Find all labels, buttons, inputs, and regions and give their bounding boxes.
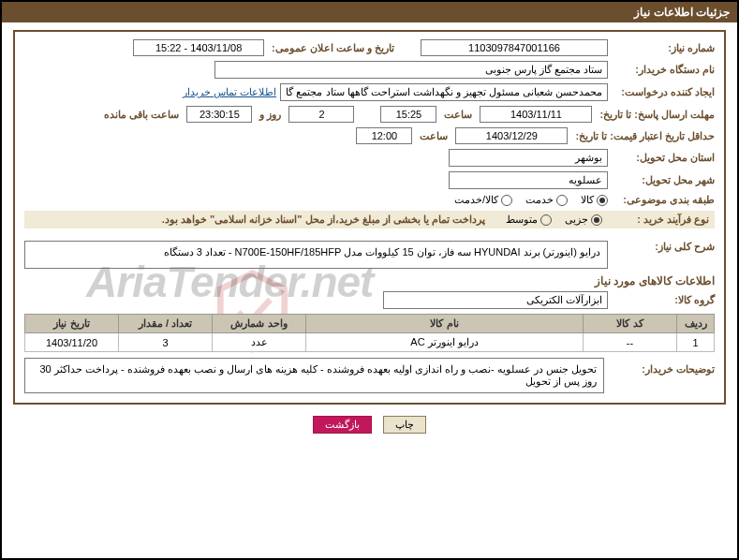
category-label: طبقه بندی موضوعی: (612, 194, 715, 206)
process-medium-label: متوسط (506, 214, 538, 226)
category-goods-service-radio[interactable] (501, 195, 512, 206)
details-fieldset: شماره نیاز: 1103097847001166 تاریخ و ساع… (13, 30, 726, 405)
deadline-send-time: 15:25 (380, 106, 436, 123)
payment-note: پرداخت تمام یا بخشی از مبلغ خرید،از محل … (162, 214, 485, 226)
category-service-radio[interactable] (556, 195, 568, 206)
page-title: جزئیات اطلاعات نیاز (634, 6, 730, 19)
td-row: 1 (677, 333, 715, 352)
validity-time: 12:00 (356, 127, 412, 144)
button-row: چاپ بازگشت (13, 410, 726, 435)
group-value: ابزارآلات الکتریکی (383, 291, 608, 309)
th-qty: تعداد / مقدار (119, 315, 213, 333)
print-button[interactable]: چاپ (383, 416, 426, 434)
th-row: ردیف (677, 315, 715, 333)
city-value: عسلویه (449, 171, 608, 189)
announce-datetime-label: تاریخ و ساعت اعلان عمومی: (268, 42, 398, 54)
deadline-send-date: 1403/11/11 (480, 106, 592, 123)
rooz-va-label: روز و (256, 109, 285, 121)
td-qty: 3 (119, 333, 213, 352)
process-label: نوع فرآیند خرید : (606, 214, 709, 226)
buyer-contact-link[interactable]: اطلاعات تماس خریدار (183, 86, 276, 98)
province-label: استان محل تحویل: (612, 152, 715, 164)
process-partial-label: جزیی (565, 214, 588, 226)
requester-value: محمدحسن شعبانی مسئول تجهیز و نگهداشت است… (280, 83, 608, 101)
th-needdate: تاریخ نیاز (25, 315, 119, 333)
category-goods-label: کالا (581, 194, 594, 206)
validity-date: 1403/12/29 (455, 127, 568, 144)
remaining-label: ساعت باقی مانده (100, 109, 183, 121)
saat-label-1: ساعت (440, 109, 476, 121)
category-radio-group: کالا خدمت کالا/خدمت (454, 194, 608, 206)
saat-label-2: ساعت (416, 130, 451, 142)
td-needdate: 1403/11/20 (25, 333, 119, 352)
group-label: گروه کالا: (612, 294, 715, 306)
td-unit: عدد (213, 333, 306, 352)
th-code: کد کالا (584, 315, 677, 333)
td-name: درایو اینورتر AC (306, 333, 584, 352)
td-code: -- (584, 333, 677, 352)
items-table: ردیف کد کالا نام کالا واحد شمارش تعداد /… (24, 314, 715, 352)
need-number-label: شماره نیاز: (612, 42, 715, 54)
category-service-label: خدمت (525, 194, 554, 206)
page-header: جزئیات اطلاعات نیاز (2, 2, 737, 22)
back-button[interactable]: بازگشت (313, 416, 372, 434)
announce-datetime-value: 1403/11/08 - 15:22 (133, 39, 264, 56)
province-value: بوشهر (449, 149, 608, 167)
category-goods-service-label: کالا/خدمت (454, 194, 498, 206)
validity-label: حداقل تاریخ اعتبار قیمت: تا تاریخ: (571, 130, 715, 142)
city-label: شهر محل تحویل: (612, 174, 715, 186)
category-goods-radio[interactable] (597, 195, 608, 206)
deadline-send-label: مهلت ارسال پاسخ: تا تاریخ: (596, 109, 715, 121)
remaining-days: 2 (288, 106, 354, 123)
th-unit: واحد شمارش (213, 315, 306, 333)
requester-label: ایجاد کننده درخواست: (612, 86, 715, 98)
buyer-notes-label: توضیحات خریدار: (612, 358, 715, 376)
overall-desc-value: درایو (اینورتر) برند HYUNDAI سه فاز، توا… (24, 241, 608, 269)
process-partial-radio[interactable] (591, 214, 602, 226)
table-row: 1 -- درایو اینورتر AC عدد 3 1403/11/20 (25, 333, 715, 352)
buyer-org-value: ستاد مجتمع گاز پارس جنوبی (214, 61, 608, 79)
process-radio-group: جزیی متوسط (506, 214, 602, 226)
buyer-notes-value: تحویل جنس در عسلویه -نصب و راه اندازی او… (24, 358, 604, 393)
overall-desc-label: شرح کلی نیاز: (612, 241, 715, 253)
remaining-time: 23:30:15 (186, 106, 252, 123)
need-number-value: 1103097847001166 (421, 39, 608, 56)
buyer-org-label: نام دستگاه خریدار: (612, 64, 715, 76)
th-name: نام کالا (306, 315, 584, 333)
process-medium-radio[interactable] (540, 214, 552, 226)
items-section-title: اطلاعات کالاهای مورد نیاز (24, 274, 715, 287)
